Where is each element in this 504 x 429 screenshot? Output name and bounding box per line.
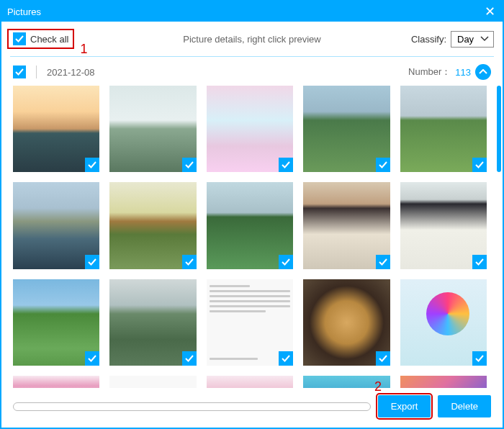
thumbnail[interactable] [207, 376, 293, 388]
group-header: 2021-12-08 Number： 113 [1, 57, 503, 86]
check-icon [475, 354, 484, 363]
thumbnail[interactable] [13, 376, 99, 388]
thumbnail-image [109, 376, 196, 388]
check-icon [475, 258, 484, 266]
thumbnail[interactable] [400, 86, 487, 172]
date-box: 2021-12-08 [13, 66, 95, 78]
group-date: 2021-12-08 [47, 67, 95, 78]
thumbnail[interactable] [207, 86, 293, 172]
check-icon [475, 161, 484, 169]
check-icon [282, 258, 290, 266]
chevron-down-icon [480, 36, 489, 42]
thumbnail[interactable] [400, 376, 487, 388]
check-icon [379, 161, 387, 169]
count-value: 113 [455, 67, 471, 78]
check-icon [88, 354, 96, 363]
classify-label: Classify: [411, 34, 446, 45]
selected-tick[interactable] [182, 351, 197, 366]
group-count: Number： 113 [408, 64, 491, 80]
thumbnail[interactable] [400, 182, 487, 268]
selected-tick[interactable] [279, 351, 293, 366]
chevron-up-icon [479, 69, 487, 75]
classify-select[interactable]: Day [451, 31, 494, 48]
scrollbar[interactable] [497, 86, 501, 388]
thumbnail-image [13, 376, 99, 388]
selected-tick[interactable] [472, 255, 487, 269]
thumbnail[interactable] [13, 279, 99, 366]
thumbnail[interactable] [303, 279, 390, 366]
selected-tick[interactable] [182, 255, 197, 269]
selected-tick[interactable] [182, 158, 197, 172]
thumbnail[interactable] [13, 182, 99, 268]
check-all-checkbox[interactable] [13, 32, 26, 45]
check-icon [185, 161, 194, 169]
check-icon [379, 258, 387, 266]
check-icon [379, 354, 387, 363]
thumbnail-grid [13, 86, 495, 366]
divider-vertical [36, 66, 37, 78]
thumbnail[interactable] [109, 182, 196, 268]
thumbnail[interactable] [400, 279, 487, 366]
selected-tick[interactable] [279, 158, 293, 172]
selected-tick[interactable] [376, 351, 390, 366]
selected-tick[interactable] [472, 351, 487, 366]
group-checkbox[interactable] [13, 66, 26, 78]
header-row: Check all 1 Picture details, right click… [1, 22, 503, 56]
annotation-1: 1 [80, 42, 87, 57]
check-icon [88, 161, 96, 169]
classify-box: Classify: Day [411, 31, 494, 48]
thumbnail[interactable] [207, 279, 293, 366]
thumbnail[interactable] [303, 86, 390, 172]
thumbnail-image [400, 376, 487, 388]
collapse-button[interactable] [475, 64, 491, 80]
annotation-2: 2 [374, 379, 382, 394]
check-icon [282, 161, 290, 169]
thumbnail[interactable] [109, 376, 196, 388]
check-icon [88, 258, 96, 266]
thumbnail-image [207, 376, 293, 388]
scrollbar-thumb[interactable] [497, 86, 501, 172]
check-all-container: Check all [7, 29, 74, 49]
check-icon [282, 354, 290, 363]
window-title: Pictures [7, 6, 41, 17]
check-icon [185, 354, 194, 363]
close-icon[interactable]: ✕ [482, 4, 497, 19]
thumbnail[interactable] [109, 279, 196, 366]
check-icon [185, 258, 194, 266]
classify-value: Day [457, 34, 474, 45]
selected-tick[interactable] [472, 158, 487, 172]
thumbnail[interactable] [207, 182, 293, 268]
selected-tick[interactable] [279, 255, 293, 269]
thumbnail[interactable] [303, 182, 390, 268]
check-icon [15, 68, 24, 76]
footer: 2 Export Delete [1, 388, 503, 428]
check-all-label: Check all [30, 34, 68, 45]
thumbnail[interactable] [109, 86, 196, 172]
export-button[interactable]: Export [378, 395, 431, 417]
selected-tick[interactable] [85, 351, 99, 366]
header-hint: Picture details, right click preview [183, 34, 320, 45]
selected-tick[interactable] [85, 158, 99, 172]
selected-tick[interactable] [376, 158, 390, 172]
thumbnail[interactable] [13, 86, 99, 172]
check-icon [15, 35, 24, 43]
thumbnail-grid-partial [13, 376, 495, 388]
thumbnail-grid-area [1, 86, 503, 388]
titlebar: Pictures ✕ [1, 1, 503, 22]
delete-button[interactable]: Delete [438, 395, 491, 417]
count-label: Number： [408, 66, 451, 78]
progress-bar [13, 402, 371, 411]
selected-tick[interactable] [376, 255, 390, 269]
selected-tick[interactable] [85, 255, 99, 269]
